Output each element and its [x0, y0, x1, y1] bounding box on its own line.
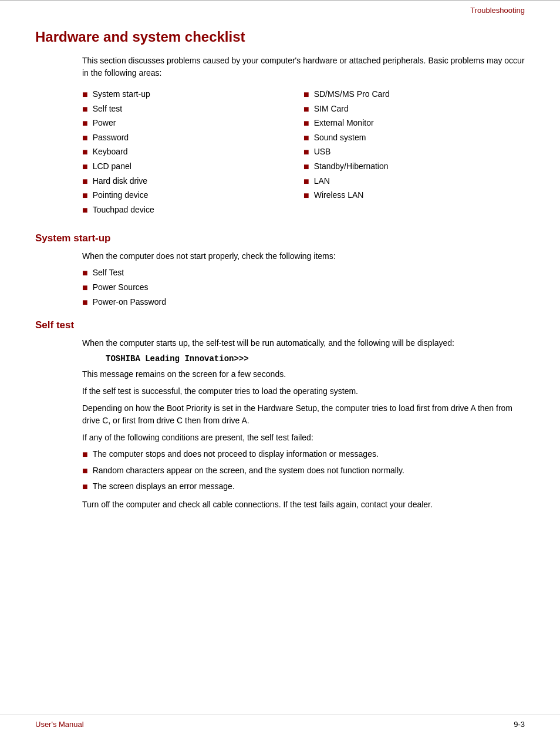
list-item-label: SD/MS/MS Pro Card — [314, 89, 390, 100]
self-test-para4: If any of the following conditions are p… — [82, 432, 525, 444]
list-item: ■Standby/Hibernation — [303, 161, 525, 173]
list-item-label: Power-on Password — [93, 297, 166, 308]
list-item: ■LCD panel — [82, 161, 303, 173]
list-item: ■Power — [82, 117, 303, 129]
list-item: ■Self test — [82, 103, 303, 115]
list-item-label: System start-up — [93, 89, 150, 100]
toshiba-code: TOSHIBA Leading Innovation>>> — [106, 354, 525, 363]
bullet-icon: ■ — [82, 176, 88, 187]
list-item: ■Power-on Password — [82, 297, 525, 308]
list-item: ■SIM Card — [303, 103, 525, 115]
list-item-label: Password — [93, 132, 129, 144]
footer-left: User's Manual — [35, 720, 84, 729]
checklist-left-col: ■System start-up■Self test■Power■Passwor… — [82, 89, 303, 218]
system-startup-list: ■Self Test■Power Sources■Power-on Passwo… — [82, 267, 525, 308]
bullet-icon: ■ — [82, 146, 88, 157]
list-item: ■Sound system — [303, 132, 525, 144]
list-item: ■SD/MS/MS Pro Card — [303, 89, 525, 100]
checklist-container: ■System start-up■Self test■Power■Passwor… — [82, 89, 525, 218]
list-item: ■Pointing device — [82, 190, 303, 201]
list-item-label: The screen displays an error message. — [93, 481, 235, 493]
list-item: ■The screen displays an error message. — [82, 481, 525, 493]
self-test-title: Self test — [35, 319, 525, 331]
self-test-fail-list: ■The computer stops and does not proceed… — [82, 449, 525, 493]
list-item-label: Self test — [93, 103, 123, 115]
list-item: ■System start-up — [82, 89, 303, 100]
list-item-label: Self Test — [93, 267, 124, 279]
list-item: ■Wireless LAN — [303, 190, 525, 201]
list-item-label: LAN — [314, 176, 330, 187]
list-item: ■Password — [82, 132, 303, 144]
list-item-label: Hard disk drive — [93, 176, 147, 187]
list-item: ■Touchpad device — [82, 204, 303, 216]
bullet-icon: ■ — [82, 190, 88, 201]
self-test-para5: Turn off the computer and check all cabl… — [82, 499, 525, 511]
bullet-icon: ■ — [82, 267, 88, 278]
list-item-label: External Monitor — [314, 117, 374, 129]
list-item: ■Self Test — [82, 267, 525, 279]
bullet-icon: ■ — [82, 297, 88, 308]
bullet-icon: ■ — [82, 117, 88, 129]
main-content: Hardware and system checklist This secti… — [0, 17, 560, 539]
list-item: ■Power Sources — [82, 282, 525, 294]
bullet-icon: ■ — [303, 161, 309, 172]
system-startup-content: When the computer does not start properl… — [82, 250, 525, 308]
bullet-icon: ■ — [303, 176, 309, 187]
self-test-para3: Depending on how the Boot Priority is se… — [82, 402, 525, 427]
system-startup-title: System start-up — [35, 233, 525, 244]
list-item-label: LCD panel — [93, 161, 131, 173]
checklist-right-col: ■SD/MS/MS Pro Card■SIM Card■External Mon… — [303, 89, 525, 218]
list-item: ■The computer stops and does not proceed… — [82, 449, 525, 460]
bullet-icon: ■ — [82, 103, 88, 114]
bullet-icon: ■ — [82, 132, 88, 143]
list-item-label: Pointing device — [93, 190, 149, 201]
bullet-icon: ■ — [82, 161, 88, 172]
list-item: ■External Monitor — [303, 117, 525, 129]
list-item: ■Hard disk drive — [82, 176, 303, 187]
self-test-para1: This message remains on the screen for a… — [82, 368, 525, 380]
bullet-icon: ■ — [82, 465, 88, 476]
list-item-label: Standby/Hibernation — [314, 161, 389, 173]
footer-right: 9-3 — [514, 720, 525, 729]
bullet-icon: ■ — [82, 282, 88, 293]
bullet-icon: ■ — [303, 117, 309, 129]
intro-text: This section discusses problems caused b… — [82, 55, 525, 79]
list-item-label: The computer stops and does not proceed … — [93, 449, 379, 460]
bullet-icon: ■ — [82, 204, 88, 215]
self-test-content: When the computer starts up, the self-te… — [82, 337, 525, 511]
page-title: Hardware and system checklist — [35, 29, 525, 45]
bullet-icon: ■ — [303, 146, 309, 157]
list-item-label: Random characters appear on the screen, … — [93, 465, 404, 477]
list-item-label: Keyboard — [93, 146, 128, 158]
self-test-intro: When the computer starts up, the self-te… — [82, 337, 525, 349]
bullet-icon: ■ — [303, 132, 309, 143]
list-item-label: Power Sources — [93, 282, 149, 294]
page: Troubleshooting Hardware and system chec… — [0, 0, 560, 751]
bullet-icon: ■ — [303, 103, 309, 114]
header-bar: Troubleshooting — [0, 0, 560, 17]
bullet-icon: ■ — [82, 89, 88, 100]
bullet-icon: ■ — [303, 89, 309, 100]
footer: User's Manual 9-3 — [0, 715, 560, 733]
bullet-icon: ■ — [303, 190, 309, 201]
header-section-label: Troubleshooting — [470, 6, 525, 15]
list-item-label: Power — [93, 117, 116, 129]
list-item: ■Random characters appear on the screen,… — [82, 465, 525, 477]
system-startup-intro: When the computer does not start properl… — [82, 250, 525, 262]
list-item-label: Sound system — [314, 132, 366, 144]
bullet-icon: ■ — [82, 481, 88, 492]
bullet-icon: ■ — [82, 449, 88, 460]
list-item-label: USB — [314, 146, 331, 158]
list-item-label: Wireless LAN — [314, 190, 364, 201]
list-item-label: Touchpad device — [93, 204, 154, 216]
self-test-para2: If the self test is successful, the comp… — [82, 385, 525, 398]
list-item: ■Keyboard — [82, 146, 303, 158]
list-item: ■LAN — [303, 176, 525, 187]
list-item: ■USB — [303, 146, 525, 158]
list-item-label: SIM Card — [314, 103, 349, 115]
